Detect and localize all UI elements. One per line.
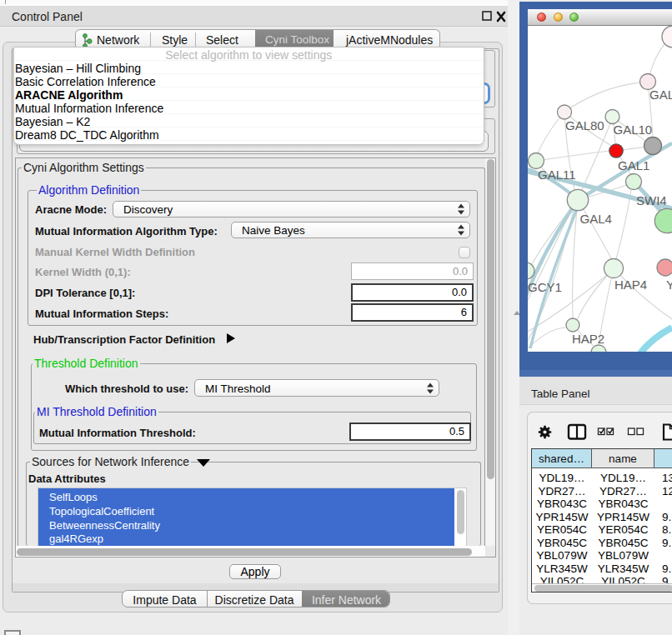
svg-text:SWI4: SWI4 [636,193,667,208]
svg-text:HAP2: HAP2 [572,332,604,346]
svg-text:GAL10: GAL10 [614,122,653,137]
svg-text:GAL4: GAL4 [580,212,612,226]
svg-text:HAP4: HAP4 [614,278,647,292]
svg-text:GCY1: GCY1 [528,280,562,294]
svg-text:GAL80: GAL80 [565,118,604,132]
svg-text:GAL: GAL [649,88,672,102]
svg-text:GAL11: GAL11 [538,168,576,182]
svg-text:GAL1: GAL1 [618,158,649,172]
svg-text:Y: Y [666,278,672,292]
